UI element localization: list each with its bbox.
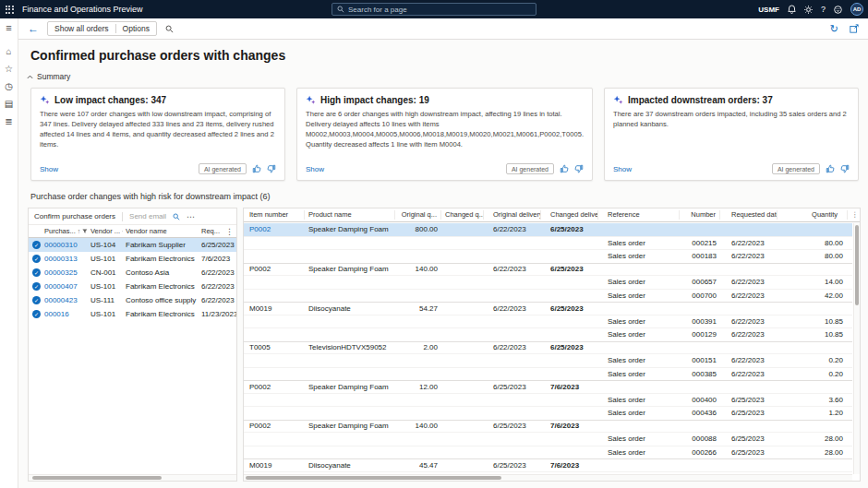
- purchase-order-row[interactable]: ✓00000310US-104Fabrikam Supplier6/25/202…: [29, 238, 236, 252]
- column-header[interactable]: Number: [680, 210, 720, 220]
- column-header[interactable]: Changed q...: [441, 210, 484, 220]
- summary-section-toggle[interactable]: Summary: [27, 72, 868, 81]
- confirm-purchase-orders-button[interactable]: Confirm purchase orders: [34, 212, 115, 220]
- column-header-vendor[interactable]: Vendor ...: [90, 227, 126, 235]
- vertical-scrollbar[interactable]: [853, 223, 860, 474]
- column-header[interactable]: Requested date: [720, 210, 778, 220]
- scrollbar-thumb[interactable]: [32, 476, 162, 480]
- change-line-row[interactable]: P0002Speaker Damping Foam140.006/22/2023…: [244, 263, 852, 277]
- downstream-order-row[interactable]: Sales order0001516/22/20230.20: [244, 354, 852, 368]
- purchase-order-row[interactable]: ✓000016US-101Fabrikam Electronics11/23/2…: [29, 307, 236, 321]
- downstream-order-row[interactable]: Sales order0003916/22/202310.85: [244, 315, 852, 329]
- row-check-icon[interactable]: ✓: [29, 282, 44, 291]
- column-header[interactable]: Changed delivery d...: [541, 210, 598, 220]
- waffle-icon[interactable]: [0, 0, 18, 18]
- row-check-icon[interactable]: ✓: [29, 310, 44, 318]
- column-menu-icon[interactable]: ⋮: [225, 227, 234, 236]
- show-link[interactable]: Show: [613, 165, 632, 173]
- scrollbar-thumb[interactable]: [246, 476, 501, 480]
- list-icon[interactable]: ≣: [5, 117, 12, 126]
- show-link[interactable]: Show: [306, 165, 324, 173]
- summary-card-footer: ShowAI generated: [613, 163, 850, 174]
- column-header[interactable]: Product name: [305, 210, 395, 220]
- thumb-down-icon[interactable]: [574, 164, 584, 173]
- options-button[interactable]: Options: [116, 22, 156, 35]
- gear-icon[interactable]: [804, 6, 813, 14]
- company-selector[interactable]: USMF: [758, 6, 779, 14]
- downstream-order-row[interactable]: Sales order0001836/22/202380.00: [244, 250, 852, 264]
- open-in-new-icon[interactable]: [850, 24, 859, 33]
- downstream-order-row[interactable]: Sales order0003856/22/20230.20: [244, 368, 852, 382]
- column-header[interactable]: Reference: [598, 210, 680, 220]
- column-header[interactable]: Quantity: [778, 210, 848, 220]
- downstream-order-row[interactable]: Sales order0004006/25/20233.60: [244, 394, 852, 408]
- column-header[interactable]: Original delivery d...: [484, 210, 541, 220]
- po-number-link[interactable]: 00000325: [44, 268, 90, 277]
- row-check-icon[interactable]: ✓: [29, 241, 44, 249]
- downstream-order-row[interactable]: Sales order0001296/22/202310.85: [244, 328, 852, 342]
- downstream-order-row[interactable]: Sales order0007006/22/202342.00: [244, 290, 852, 304]
- purchase-order-row[interactable]: ✓00000423US-111Contoso office supply6/22…: [29, 293, 236, 307]
- scrollbar-thumb[interactable]: [855, 225, 859, 305]
- original-delivery-date-cell: 6/22/2023: [484, 225, 541, 233]
- horizontal-scrollbar[interactable]: [29, 474, 236, 481]
- thumb-down-icon[interactable]: [267, 164, 276, 173]
- home-icon[interactable]: ⌂: [6, 47, 11, 56]
- star-icon[interactable]: ☆: [5, 65, 13, 74]
- row-check-icon[interactable]: ✓: [29, 268, 44, 277]
- bell-icon[interactable]: [788, 5, 796, 14]
- change-line-row[interactable]: M0019Diisocyanate54.276/22/20236/25/2023: [244, 302, 852, 315]
- downstream-order-row[interactable]: Sales order0002666/25/202328.00: [244, 446, 852, 460]
- recent-icon[interactable]: ◷: [5, 82, 13, 91]
- refresh-icon[interactable]: ↻: [830, 23, 838, 35]
- column-menu-icon[interactable]: ⋮: [848, 210, 860, 220]
- change-line-row[interactable]: P0002Speaker Damping Foam12.006/25/20237…: [244, 380, 852, 394]
- section-label: Purchase order changes with high risk fo…: [30, 192, 868, 201]
- column-header-purchase-order[interactable]: Purchas... ↑: [44, 227, 90, 235]
- help-icon[interactable]: ?: [821, 5, 826, 14]
- downstream-order-row[interactable]: Sales order0006576/22/202314.00: [244, 276, 852, 290]
- row-check-icon[interactable]: ✓: [29, 296, 44, 304]
- thumb-down-icon[interactable]: [840, 164, 850, 173]
- send-email-button[interactable]: Send email: [129, 212, 166, 220]
- back-icon[interactable]: ←: [28, 23, 39, 34]
- menu-icon[interactable]: ≡: [6, 23, 11, 33]
- thumb-up-icon[interactable]: [560, 164, 569, 173]
- quantity-cell: 80.00: [778, 252, 852, 260]
- apps-icon[interactable]: ▤: [5, 100, 13, 109]
- row-check-icon[interactable]: ✓: [29, 255, 44, 263]
- global-search-input[interactable]: Search for a page: [332, 3, 536, 16]
- feedback-icon[interactable]: [834, 6, 842, 14]
- column-header-requested[interactable]: Req... ⋮: [201, 227, 236, 236]
- avatar[interactable]: AD: [850, 3, 863, 16]
- search-icon[interactable]: [165, 25, 174, 33]
- horizontal-scrollbar[interactable]: [244, 474, 852, 481]
- column-header[interactable]: Item number: [244, 210, 305, 220]
- purchase-order-row[interactable]: ✓00000313US-101Fabrikam Electronics7/6/2…: [29, 252, 236, 266]
- app-title[interactable]: Finance and Operations Preview: [22, 5, 143, 14]
- change-line-row[interactable]: T0005TelevisionHDTVX590522.006/22/20236/…: [244, 341, 852, 355]
- po-number-link[interactable]: 00000423: [44, 296, 90, 304]
- item-number-cell[interactable]: P0002: [244, 225, 305, 233]
- thumb-up-icon[interactable]: [826, 164, 835, 173]
- search-icon[interactable]: [173, 213, 180, 220]
- change-line-row[interactable]: P0002Speaker Damping Foam800.006/22/2023…: [244, 223, 852, 237]
- downstream-order-row[interactable]: Sales order0004366/25/20231.20: [244, 407, 852, 421]
- change-line-row[interactable]: P0002Speaker Damping Foam140.006/25/2023…: [244, 420, 852, 434]
- downstream-order-row[interactable]: Sales order0000886/25/202328.00: [244, 433, 852, 446]
- column-header[interactable]: Original q...: [395, 210, 441, 220]
- purchase-order-row[interactable]: ✓00000325CN-001Contoso Asia6/22/2023: [29, 266, 236, 280]
- summary-card-footer: ShowAI generated: [306, 163, 584, 174]
- more-icon[interactable]: ⋯: [187, 212, 195, 221]
- purchase-order-row[interactable]: ✓00000407US-101Fabrikam Electronics6/22/…: [29, 280, 236, 293]
- po-number-link[interactable]: 00000310: [44, 241, 90, 249]
- show-link[interactable]: Show: [40, 165, 58, 173]
- po-number-link[interactable]: 00000313: [44, 255, 90, 263]
- show-all-orders-button[interactable]: Show all orders: [48, 22, 115, 35]
- change-line-row[interactable]: M0019Diisocyanate45.476/25/20237/6/2023: [244, 458, 852, 472]
- thumb-up-icon[interactable]: [252, 164, 261, 173]
- downstream-order-row[interactable]: Sales order0002156/22/202380.00: [244, 237, 852, 251]
- column-header-vendor-name[interactable]: Vendor name: [126, 227, 201, 235]
- po-number-link[interactable]: 00000407: [44, 282, 90, 291]
- po-number-link[interactable]: 000016: [44, 310, 90, 318]
